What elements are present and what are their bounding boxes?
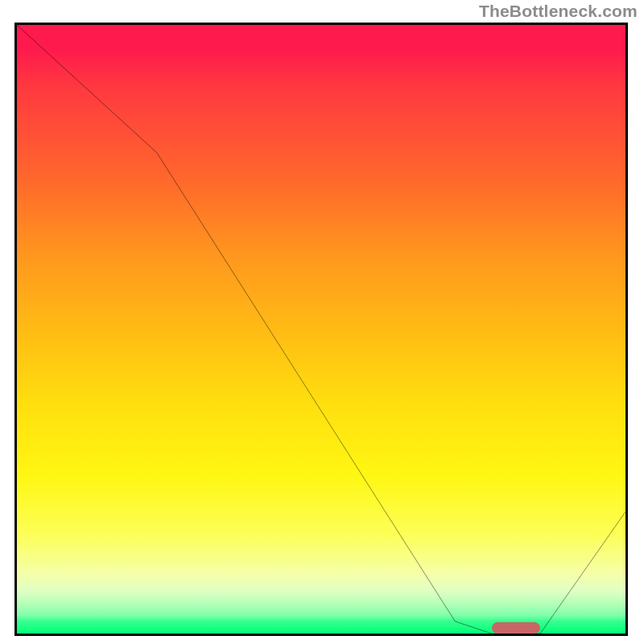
chart-frame [14, 23, 628, 636]
attribution-text: TheBottleneck.com [479, 2, 638, 21]
optimal-range-marker [492, 622, 540, 634]
chart-curve [17, 25, 625, 634]
